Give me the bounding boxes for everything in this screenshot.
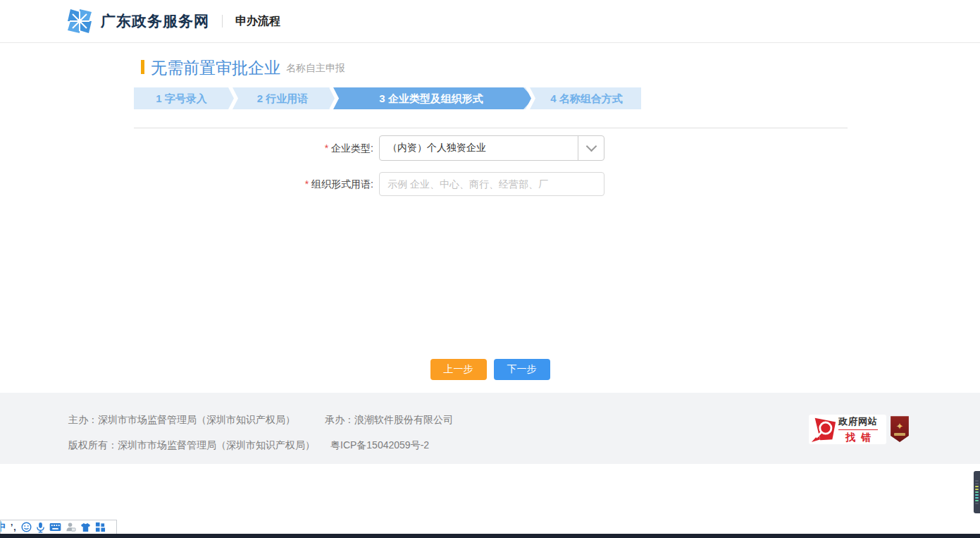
enterprise-type-label: *企业类型: [264,135,373,161]
page-footer: 主办：深圳市市场监督管理局（深圳市知识产权局）承办：浪潮软件股份有限公司 版权所… [0,393,980,464]
step-tab-1[interactable]: 1 字号录入 [134,87,229,109]
next-step-button[interactable]: 下一步 [494,359,550,380]
widget-stripe [975,503,979,504]
step-tab-2[interactable]: 2 行业用语 [237,87,328,109]
content-divider [134,128,848,128]
step-tab-3[interactable]: 3 企业类型及组织形式 [339,87,523,109]
ime-toolbox-icon[interactable] [95,522,106,532]
footer-icp: 粤ICP备15042059号-2 [330,439,429,451]
widget-stripe [975,489,979,490]
error-badge-action: 找错 [840,432,876,444]
org-form-label: *组织形式用语: [264,171,373,197]
footer-undertaker: 承办：浪潮软件股份有限公司 [325,414,453,425]
prev-step-button[interactable]: 上一步 [430,359,487,380]
error-badge-title: 政府网站 [838,415,878,428]
step-tab-4[interactable]: 4 名称组合方式 [532,87,641,109]
widget-stripe [975,480,979,482]
enterprise-type-value: （内资）个人独资企业 [380,142,578,154]
gov-site-error-report-badge[interactable]: 政府网站 找错 [809,415,886,444]
site-header: 广东政务服务网 申办流程 [0,0,980,43]
required-marker: * [325,142,328,154]
ime-toolbar: 中 ’, [0,520,117,534]
widget-stripe [975,483,979,484]
widget-stripe [975,497,979,499]
widget-stripe [975,494,979,496]
ime-skin-icon[interactable] [80,522,91,532]
enterprise-type-select[interactable]: （内资）个人独资企业 [379,135,604,161]
ime-mode-icon[interactable]: 中 [0,520,6,534]
pinwheel-logo-icon [67,8,92,34]
widget-stripe [975,491,979,493]
taskbar-edge [0,534,980,538]
enterprise-type-label-text: 企业类型: [331,142,373,154]
chevron-separator-icon [228,87,238,109]
header-divider [222,15,223,27]
required-marker: * [305,178,309,190]
shield-emblem-icon: ✦ [896,422,904,431]
shield-band [894,433,905,436]
ime-account-icon[interactable] [66,522,76,532]
footer-host: 主办：深圳市市场监督管理局（深圳市知识产权局） [68,414,295,425]
footer-line-2: 版权所有：深圳市市场监督管理局（深圳市知识产权局）粤ICP备15042059号-… [68,439,429,452]
ime-punctuation-icon[interactable]: ’, [11,522,17,532]
chevron-down-icon [585,141,597,152]
browser-side-widget[interactable] [974,471,980,513]
ime-keyboard-icon[interactable] [49,522,61,532]
page-subtitle: 名称自主申报 [286,62,345,75]
step-tabs: 1 字号录入 2 行业用语 3 企业类型及组织形式 4 名称组合方式 [134,87,641,109]
widget-stripe [975,486,979,487]
ime-emoji-icon[interactable] [21,522,32,532]
nav-label: 申办流程 [235,14,280,29]
select-dropdown-button[interactable] [578,136,604,160]
error-report-badge-text: 政府网站 找错 [838,415,878,444]
site-name: 广东政务服务网 [101,11,209,31]
error-report-magnifier-icon [810,416,837,443]
page-title: 无需前置审批企业 [151,59,280,77]
widget-stripe [975,500,979,501]
title-accent-bar [141,60,144,74]
page-title-row: 无需前置审批企业 名称自主申报 [141,59,345,77]
error-badge-rule [838,429,878,430]
footer-line-1: 主办：深圳市市场监督管理局（深圳市知识产权局）承办：浪潮软件股份有限公司 [68,414,453,427]
footer-copyright: 版权所有：深圳市市场监督管理局（深圳市知识产权局） [68,439,315,451]
org-form-label-text: 组织形式用语: [311,178,373,190]
action-buttons: 上一步 下一步 [0,359,980,380]
ime-microphone-icon[interactable] [36,522,45,533]
org-form-input[interactable] [379,172,604,196]
credit-shield-badge[interactable]: ✦ [890,415,910,442]
